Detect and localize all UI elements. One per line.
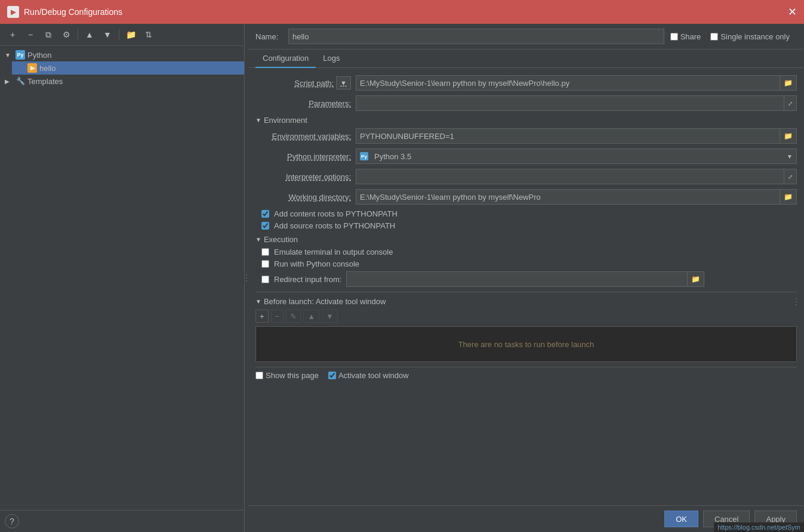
templates-expand-arrow: ▶ bbox=[5, 78, 13, 85]
python-interpreter-icon: Py bbox=[360, 152, 368, 160]
emulate-terminal-row: Emulate terminal in output console bbox=[255, 248, 797, 256]
redirect-input-checkbox[interactable] bbox=[261, 276, 269, 283]
remove-button[interactable]: − bbox=[23, 27, 38, 42]
settings-button[interactable]: ⚙ bbox=[58, 27, 74, 42]
emulate-terminal-checkbox[interactable] bbox=[261, 248, 269, 256]
python-expand-arrow: ▼ bbox=[5, 52, 13, 58]
python-interpreter-dropdown-arrow: ▼ bbox=[787, 153, 793, 160]
title-bar-title: Run/Debug Configurations bbox=[24, 7, 122, 17]
env-variables-row: Environment variables: 📁 bbox=[255, 128, 797, 144]
interpreter-options-row: Interpreter options: ⤢ bbox=[255, 169, 797, 184]
help-button[interactable]: ? bbox=[5, 514, 19, 528]
tab-logs[interactable]: Logs bbox=[316, 50, 347, 68]
single-instance-checkbox[interactable] bbox=[710, 33, 718, 41]
side-dot-1 bbox=[796, 298, 797, 299]
bottom-options: Show this page Activate tool window bbox=[255, 367, 797, 383]
activate-tool-window-label[interactable]: Activate tool window bbox=[338, 371, 409, 380]
parameters-label: Parameters: bbox=[255, 99, 351, 108]
python-interpreter-row: Python interpreter: Py Python 3.5 ▼ bbox=[255, 149, 797, 164]
python-interpreter-select[interactable]: Py Python 3.5 ▼ bbox=[356, 149, 797, 164]
parameters-input-group: ⤢ bbox=[356, 95, 797, 111]
parameters-input[interactable] bbox=[356, 95, 784, 111]
run-python-console-checkbox[interactable] bbox=[261, 260, 269, 268]
options-row: Share Single instance only bbox=[670, 32, 797, 41]
redirect-input-label[interactable]: Redirect input from: bbox=[274, 275, 341, 284]
before-launch-label: Before launch: Activate tool window bbox=[264, 297, 386, 306]
environment-section-header[interactable]: ▼ Environment bbox=[255, 116, 797, 125]
environment-label: Environment bbox=[264, 116, 307, 125]
share-label[interactable]: Share bbox=[680, 32, 701, 41]
ok-button[interactable]: OK bbox=[664, 511, 698, 527]
activate-tool-window-checkbox[interactable] bbox=[328, 372, 336, 379]
parameters-expand-btn[interactable]: ⤢ bbox=[784, 95, 797, 111]
share-checkbox[interactable] bbox=[670, 33, 678, 41]
add-source-roots-checkbox[interactable] bbox=[261, 222, 269, 230]
left-bottom: ? bbox=[0, 510, 244, 532]
right-panel: Name: Share Single instance only Configu… bbox=[248, 24, 804, 532]
redirect-input-group: 📁 bbox=[346, 271, 704, 287]
before-launch-content: There are no tasks to run before launch bbox=[255, 326, 797, 362]
show-this-page-label[interactable]: Show this page bbox=[266, 371, 319, 380]
title-bar: ▶ Run/Debug Configurations ✕ bbox=[0, 0, 804, 24]
before-launch-up-btn[interactable]: ▲ bbox=[303, 310, 319, 323]
add-content-roots-row: Add content roots to PYTHONPATH bbox=[255, 209, 797, 218]
left-toolbar: + − ⧉ ⚙ ▲ ▼ 📁 ⇅ bbox=[0, 24, 244, 46]
move-up-button[interactable]: ▲ bbox=[82, 27, 97, 42]
redirect-input-input[interactable] bbox=[346, 271, 688, 287]
single-instance-label[interactable]: Single instance only bbox=[720, 32, 790, 41]
content-area: Script path: ▼ 📁 Parameters: ⤢ bbox=[248, 68, 804, 505]
before-launch-add-btn[interactable]: + bbox=[255, 310, 269, 323]
sort-button[interactable]: ⇅ bbox=[141, 27, 156, 42]
interpreter-options-input[interactable] bbox=[356, 169, 784, 184]
drag-dot-3 bbox=[246, 280, 247, 282]
tab-bar: Configuration Logs bbox=[248, 50, 804, 68]
folder-button[interactable]: 📁 bbox=[123, 27, 138, 42]
script-path-dropdown-btn[interactable]: ▼ bbox=[336, 76, 351, 89]
copy-button[interactable]: ⧉ bbox=[41, 27, 56, 42]
close-button[interactable]: ✕ bbox=[788, 7, 797, 17]
python-icon: Py bbox=[16, 50, 25, 60]
single-instance-option: Single instance only bbox=[710, 32, 790, 41]
python-interpreter-label: Python interpreter: bbox=[255, 152, 351, 161]
script-path-label: Script path: ▼ bbox=[255, 76, 351, 89]
before-launch-header-right bbox=[796, 298, 797, 305]
move-down-button[interactable]: ▼ bbox=[100, 27, 115, 42]
name-bar: Name: Share Single instance only bbox=[248, 24, 804, 50]
show-this-page-checkbox[interactable] bbox=[255, 372, 263, 379]
working-directory-folder-btn[interactable]: 📁 bbox=[780, 189, 797, 205]
before-launch-down-btn[interactable]: ▼ bbox=[322, 310, 338, 323]
execution-section-header[interactable]: ▼ Execution bbox=[255, 235, 797, 244]
working-directory-row: Working directory: 📁 bbox=[255, 189, 797, 205]
before-launch-arrow: ▼ bbox=[255, 298, 261, 305]
script-path-label-text: Script path: bbox=[294, 79, 334, 88]
add-content-roots-checkbox[interactable] bbox=[261, 210, 269, 218]
environment-arrow: ▼ bbox=[255, 117, 261, 123]
config-tree: ▼ Py Python ▶ hello ▶ 🔧 Templates bbox=[0, 46, 244, 510]
tree-item-templates[interactable]: ▶ 🔧 Templates bbox=[0, 75, 244, 88]
before-launch-edit-btn[interactable]: ✎ bbox=[286, 310, 301, 323]
script-path-input[interactable] bbox=[356, 75, 780, 91]
interpreter-options-input-group: ⤢ bbox=[356, 169, 797, 184]
app-icon: ▶ bbox=[7, 6, 19, 18]
add-source-roots-label[interactable]: Add source roots to PYTHONPATH bbox=[274, 221, 395, 230]
run-python-console-label[interactable]: Run with Python console bbox=[274, 259, 359, 268]
drag-dot-1 bbox=[246, 274, 247, 276]
tree-item-hello[interactable]: ▶ hello bbox=[12, 61, 244, 75]
script-path-folder-btn[interactable]: 📁 bbox=[780, 75, 797, 91]
add-button[interactable]: + bbox=[5, 27, 20, 42]
tree-item-python[interactable]: ▼ Py Python bbox=[0, 48, 244, 61]
before-launch-remove-btn[interactable]: − bbox=[271, 310, 284, 323]
name-input[interactable] bbox=[288, 29, 664, 44]
side-dots bbox=[796, 298, 797, 305]
env-variables-btn[interactable]: 📁 bbox=[780, 128, 797, 144]
env-variables-label: Environment variables: bbox=[255, 132, 351, 141]
interpreter-options-expand-btn[interactable]: ⤢ bbox=[784, 169, 797, 184]
run-python-console-row: Run with Python console bbox=[255, 259, 797, 268]
tab-configuration[interactable]: Configuration bbox=[255, 50, 316, 68]
emulate-terminal-label[interactable]: Emulate terminal in output console bbox=[274, 248, 393, 256]
env-variables-input[interactable] bbox=[356, 128, 780, 144]
working-directory-input[interactable] bbox=[356, 189, 780, 205]
add-content-roots-label[interactable]: Add content roots to PYTHONPATH bbox=[274, 209, 398, 218]
execution-arrow: ▼ bbox=[255, 236, 261, 243]
redirect-input-folder-btn[interactable]: 📁 bbox=[688, 271, 704, 287]
